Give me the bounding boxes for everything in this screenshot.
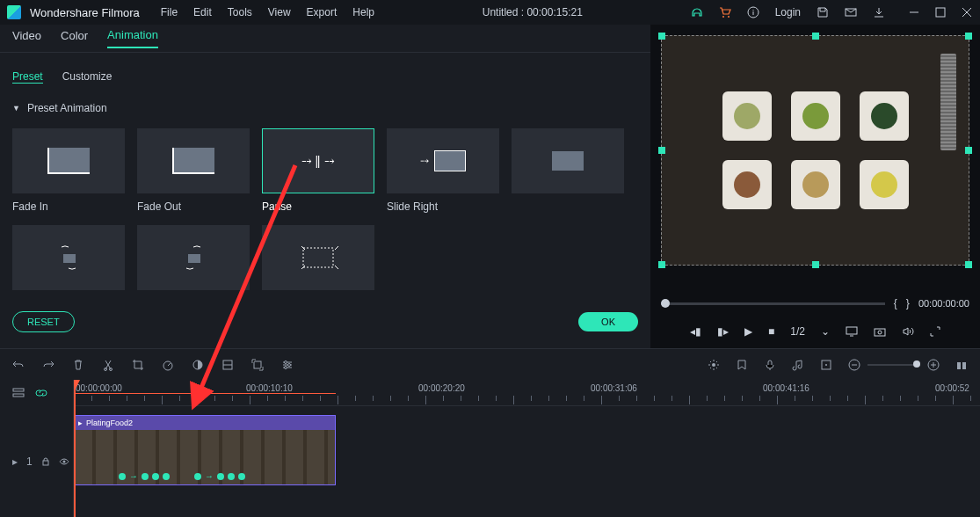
volume-icon[interactable] [902,326,914,337]
keyframe-track: → → [119,471,245,481]
login-button[interactable]: Login [775,6,801,18]
preset-item-7[interactable] [137,225,250,290]
fit-icon[interactable] [955,359,968,371]
transform-handle-bottom[interactable] [812,261,819,268]
preset-section: Preset Animation Fade In Fade Out ⤍ ‖ ⤍ … [0,90,650,302]
preset-item-8[interactable] [262,225,374,290]
fullscreen-icon[interactable] [930,326,940,337]
menu-tools[interactable]: Tools [228,6,252,18]
play-icon[interactable]: ▶ [744,325,752,338]
transform-handle-left[interactable] [658,147,665,154]
speed-icon[interactable] [162,359,174,371]
titlebar: Wondershare Filmora File Edit Tools View… [0,0,980,25]
playhead[interactable] [74,380,76,517]
preset-section-header[interactable]: Preset Animation [12,102,638,114]
svg-point-10 [878,331,882,334]
eye-icon[interactable] [59,457,69,466]
preview-ratio[interactable]: 1/2 [790,325,805,338]
preset-pause[interactable]: ⤍ ‖ ⤍ Pause [262,128,374,213]
maximize-icon[interactable] [934,6,947,18]
work-area [74,393,336,394]
info-icon[interactable] [747,6,759,18]
download-icon[interactable] [873,6,885,18]
timeline-ruler[interactable]: 00:00:00:00 00:00:10:10 00:00:20:20 00:0… [74,380,980,406]
tab-color[interactable]: Color [61,29,88,47]
lock-icon[interactable] [41,457,50,466]
reset-button[interactable]: RESET [12,311,75,332]
menu-file[interactable]: File [161,6,178,18]
panel-buttons: RESET OK [0,302,650,341]
brace-left[interactable]: { [894,297,897,309]
mail-icon[interactable] [845,6,857,18]
split-icon[interactable] [102,359,114,371]
prev-frame-icon[interactable]: ◂▮ [690,325,701,338]
preset-grid: Fade In Fade Out ⤍ ‖ ⤍ Pause ⤍ Slide Rig… [12,128,638,290]
delete-icon[interactable] [72,359,84,371]
undo-icon[interactable] [12,359,25,371]
cart-icon[interactable] [719,6,731,18]
redo-icon[interactable] [42,359,54,371]
greenscreen-icon[interactable] [221,359,234,371]
svg-rect-8 [846,327,857,334]
svg-point-19 [285,366,287,368]
track-header[interactable]: ▸ 1 [0,406,73,517]
display-icon[interactable] [846,326,858,337]
crop-icon[interactable] [132,359,144,371]
preset-item-6[interactable] [12,225,125,290]
detach-icon[interactable] [251,359,264,371]
app-name: Wondershare Filmora [30,6,140,19]
timeline-manage-icon[interactable] [12,387,25,399]
transform-handle-top[interactable] [812,33,819,40]
tab-animation[interactable]: Animation [107,28,158,48]
chevron-down-icon[interactable]: ⌄ [821,325,830,338]
tab-video[interactable]: Video [12,29,41,47]
mic-icon[interactable] [764,359,776,371]
brace-right[interactable]: } [906,297,910,309]
save-icon[interactable] [817,6,829,18]
keyframe-icon[interactable] [820,359,832,371]
transform-handle-tr[interactable] [965,33,972,40]
timeline-clip[interactable]: ▸ PlatingFood2 → → [74,415,336,485]
timeline-tracks[interactable]: 00:00:00:00 00:00:10:10 00:00:20:20 00:0… [74,380,980,517]
svg-point-20 [712,363,715,367]
preset-item-5[interactable] [512,128,624,213]
marker-icon[interactable] [736,359,748,371]
preset-fade-in[interactable]: Fade In [12,128,125,213]
settings-icon[interactable] [281,359,294,371]
svg-point-0 [722,16,724,18]
effects-icon[interactable] [708,359,720,371]
minimize-icon[interactable] [908,6,920,18]
zoom-slider[interactable] [867,364,920,366]
menu-view[interactable]: View [268,6,291,18]
transform-handle-tl[interactable] [658,33,665,40]
preview-panel: { } 00:00:00:00 ◂▮ ▮▸ ▶ ■ 1/2 ⌄ [650,25,980,348]
menu-edit[interactable]: Edit [193,6,212,18]
clip-name: PlatingFood2 [86,419,133,427]
subtab-customize[interactable]: Customize [62,70,113,83]
svg-rect-27 [962,362,966,369]
close-icon[interactable] [961,6,973,18]
ok-button[interactable]: OK [578,312,638,331]
color-icon[interactable] [192,359,204,371]
transform-handle-bl[interactable] [658,261,665,268]
timeline-link-icon[interactable] [35,387,47,399]
preset-slide-right[interactable]: ⤍ Slide Right [387,128,499,213]
menu-export[interactable]: Export [307,6,338,18]
preset-fade-out[interactable]: Fade Out [137,128,250,213]
preview-progress: { } 00:00:00:00 [650,292,980,315]
subtab-preset[interactable]: Preset [12,70,43,84]
transform-handle-br[interactable] [965,261,972,268]
preview-viewport[interactable] [650,25,980,292]
menu-help[interactable]: Help [352,6,374,18]
preview-frame[interactable] [661,35,969,266]
zoom-in-icon[interactable] [927,359,940,371]
zoom-out-icon[interactable] [848,359,860,371]
snapshot-icon[interactable] [874,326,886,337]
transform-handle-right[interactable] [965,147,972,154]
preview-slider[interactable] [661,302,885,305]
play-backward-icon[interactable]: ▮▸ [717,325,729,338]
headset-icon[interactable] [691,6,703,18]
main-area: Video Color Animation Preset Customize P… [0,25,980,348]
stop-icon[interactable]: ■ [768,325,774,338]
audio-icon[interactable] [792,359,804,371]
